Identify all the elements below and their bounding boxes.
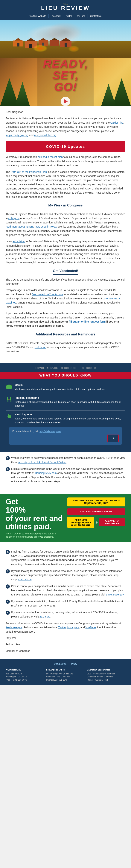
next-steps-link[interactable]: next steps from LA Unified School Distri…: [18, 461, 67, 464]
more-info-closing: For more information on COVID, the vacci…: [6, 621, 125, 634]
dc-addr1: 403 Cannon HOB: [6, 673, 22, 675]
wysk-item-distancing: Physical distancing Distancing is still …: [6, 396, 125, 407]
caldor-fire-link[interactable]: Caldor Fire: [110, 121, 123, 124]
ca-relief-btn[interactable]: CA COVID-19 RENT RELIEF: [68, 508, 125, 515]
wysk-header: WHAT YOU SHOULD KNOW: [0, 372, 131, 379]
footer-unsubscribe[interactable]: Unsubscribe: [52, 663, 68, 665]
school-banner: COVID-19 BACK TO SCHOOL PROTOCOLS: [0, 363, 131, 372]
apply-now-btn[interactable]: Apply Now: HousingIsKey.com or call 833-…: [68, 517, 94, 528]
footer-office-la: Los Angeles Office 5945 Canoga Ave., Sui…: [46, 668, 85, 681]
ready-wildfire-link[interactable]: readyforwildfire.org: [34, 134, 56, 137]
num-badge-5: 5.: [6, 569, 10, 574]
covid-para-2: The Path Out of the Pandemic Plan includ…: [6, 170, 125, 199]
list-item-7: 7. If you need someone to talk to, pleas…: [6, 599, 125, 608]
dc-phone: Phone: (202) 225-3976: [6, 679, 27, 681]
wysk-content: Masks Masks are mandatory indoors regard…: [0, 379, 131, 448]
num-badge-7: 7.: [6, 599, 10, 604]
vaccinated-lacounty-link[interactable]: Vaccinated.LACounty.com: [32, 293, 63, 296]
list-item-4-text: Findings from a Centers for Disease Cont…: [11, 550, 125, 566]
fire-glow-2: [68, 45, 79, 52]
hand-desc: Teach, reinforce, and promote hand hygie…: [15, 417, 121, 424]
svg-rect-4: [7, 398, 8, 400]
nav-twitter[interactable]: Twitter: [63, 14, 74, 18]
get-vaccinated-header: Get Vaccinated!: [6, 268, 125, 275]
mask-icon: [6, 383, 12, 390]
rent-apply-now[interactable]: Apply Now: HousingIsKey.com or call 833-…: [68, 517, 94, 528]
wysk-section: WHAT YOU SHOULD KNOW Masks Masks are man…: [0, 372, 131, 452]
header-nav: Visit My Website Facebook Twitter YouTub…: [4, 13, 127, 19]
apply-eviction-btn[interactable]: Apply before eviction protection ends Se…: [68, 497, 125, 506]
mb-phone: Phone: (310) 321-7664: [87, 679, 108, 681]
ca-right-label[interactable]: CA COVID-19 1 RENT RELIEF: [99, 518, 125, 526]
numbered-list-1: 2. Wondering what to do if your child ha…: [6, 456, 125, 484]
blinken-letter-link[interactable]: led a letter: [12, 240, 25, 243]
distance-icon: [6, 396, 12, 403]
rsg-ready: READY,: [43, 58, 88, 69]
housingiskey-link[interactable]: HousingIsKey.com: [35, 471, 57, 474]
ph-lacounty-link[interactable]: http://ph.lacounty.gov: [40, 430, 61, 433]
youtube-closing-link[interactable]: YouTube: [85, 626, 96, 629]
svg-point-3: [7, 397, 8, 398]
email-wrapper: THE LIEU REVIEW Visit My Website Faceboo…: [0, 0, 131, 685]
dc-office-title: Washington, DC: [6, 668, 44, 672]
additional-resources-title: Additional Resources and Reminders: [35, 332, 96, 338]
rent-banner: Get 100% of your rent and utilities paid…: [0, 494, 131, 542]
num-badge-3: 3.: [6, 467, 10, 471]
covid-banner: COVID-19 Updates: [6, 141, 125, 152]
list-item-3: 3. Eligible renters and landlords in the…: [6, 467, 125, 484]
disability-para: If you have a disability or do not have …: [6, 311, 125, 328]
mb-addr1: 1600 Rosecrans Ave, 4th Floor: [87, 673, 115, 675]
apply-now-label: Apply Now: HousingIsKey.com or call 833-…: [70, 519, 91, 526]
get-vaccinated-title: Get Vaccinated!: [53, 268, 78, 275]
back-to-school-para: BACK TO SCHOOL: Parents, do you want to …: [6, 341, 125, 353]
la-seal: LA: [107, 435, 119, 442]
twitter-link[interactable]: Twitter: [58, 626, 66, 629]
nav-youtube[interactable]: YouTube: [74, 14, 88, 18]
num-badge-6: 6.: [6, 585, 10, 589]
robust-plan-link[interactable]: outlined a robust plan: [37, 155, 63, 158]
eligible-para: Everyone age 12 and older who lives or w…: [6, 288, 125, 309]
hunting-laws-link[interactable]: read more about hunting laws used in Tex…: [6, 225, 57, 228]
masks-text: Masks Masks are mandatory indoors regard…: [15, 383, 106, 391]
mb-addr2: Manhattan Beach, CA 90266: [87, 676, 113, 678]
pandemic-plan-link[interactable]: Path Out of the Pandemic Plan: [11, 170, 47, 174]
rent-description: The CA COVID-19 Rent Relief program is p…: [6, 532, 63, 538]
online-request-link[interactable]: fill out an online request form: [69, 320, 106, 323]
content-numbered-2: 4. Findings from a Centers for Disease C…: [0, 546, 131, 659]
click-here-link[interactable]: click here: [35, 346, 46, 349]
covid-sb-link[interactable]: covid.sb.org: [18, 578, 32, 581]
nav-contact[interactable]: Contact Me: [88, 14, 104, 18]
my-work-para-1: This week, I joined Chairman Nadler and …: [6, 212, 125, 237]
rsg-go: GO!: [43, 81, 88, 93]
ca-right-btn[interactable]: CA COVID-19 1 RENT RELIEF: [99, 518, 125, 526]
svg-rect-5: [7, 400, 7, 402]
masks-title: Masks: [15, 383, 106, 387]
footer-privacy[interactable]: Privacy: [68, 663, 78, 665]
lafd-link[interactable]: ladpfr.ready.gov.org: [6, 134, 28, 137]
nav-facebook[interactable]: Facebook: [49, 14, 63, 18]
video-btn-container[interactable]: [43, 95, 88, 106]
list-item-3-text: Eligible renters and landlords in the Ci…: [11, 467, 125, 484]
numbered-list-2: 4. Findings from a Centers for Disease C…: [6, 550, 125, 618]
lieu-house-link[interactable]: lieu.house.gov: [6, 626, 22, 629]
rent-headline: Get 100% of your rent and utilities paid…: [6, 497, 63, 531]
divider-or: or: [96, 521, 97, 524]
intro-paragraph: September is National Preparedness Month…: [6, 116, 125, 137]
travel-state-link[interactable]: travel.state.gov: [106, 593, 124, 596]
newsletter-header: THE LIEU REVIEW Visit My Website Faceboo…: [0, 0, 131, 20]
footer-nav: Unsubscribe Privacy: [6, 663, 125, 665]
instagram-link[interactable]: Instagram: [67, 626, 79, 629]
play-button[interactable]: [61, 97, 70, 106]
more-info-box: For more information, visit: http://ph.l…: [9, 427, 122, 445]
footer-offices: Washington, DC 403 Cannon HOB Washington…: [6, 668, 125, 681]
distancing-title: Physical distancing: [15, 396, 125, 400]
the-label: THE: [4, 3, 127, 5]
apply-date: September 30, 2021: [70, 502, 123, 504]
la-logo: LA: [12, 435, 119, 442]
211la-link[interactable]: 211la.org: [40, 615, 50, 618]
my-work-para-2: I also led a letter to Secretary of Stat…: [6, 239, 125, 264]
calling-link[interactable]: calling on: [8, 217, 20, 220]
corona-virus-la-link[interactable]: corona-virus.la Vaccines: [6, 297, 120, 304]
nav-website[interactable]: Visit My Website: [27, 14, 49, 18]
signature-title: Member of Congress: [6, 649, 125, 653]
